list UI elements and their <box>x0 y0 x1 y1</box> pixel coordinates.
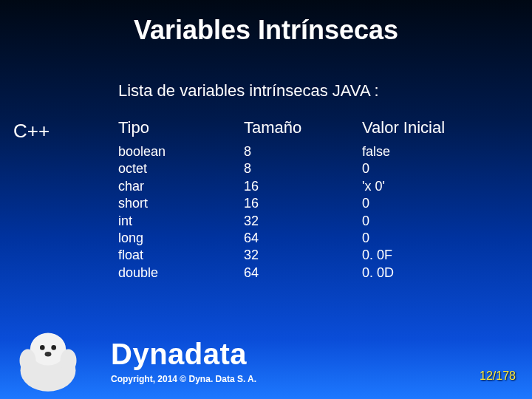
cell-tipo: long <box>118 230 244 247</box>
cell-tam: 64 <box>244 265 362 282</box>
table-row: float 32 0. 0F <box>118 247 510 264</box>
cell-tam: 8 <box>244 143 362 160</box>
table-row: long 64 0 <box>118 230 510 247</box>
cell-tam: 32 <box>244 213 362 230</box>
header-tipo: Tipo <box>118 118 244 143</box>
slide-title: Variables Intrínsecas <box>0 0 532 46</box>
cell-val: false <box>362 143 510 160</box>
cell-val: 0 <box>362 213 510 230</box>
cell-val: 0 <box>362 160 510 177</box>
table-row: boolean 8 false <box>118 143 510 160</box>
cell-tam: 16 <box>244 195 362 212</box>
cell-val: 0 <box>362 230 510 247</box>
cell-tam: 32 <box>244 247 362 264</box>
header-tamano: Tamaño <box>244 118 362 143</box>
cell-tipo: float <box>118 247 244 264</box>
cell-tipo: int <box>118 213 244 230</box>
header-valor: Valor Inicial <box>362 118 510 143</box>
slide-subtitle: Lista de variables intrínsecas JAVA : <box>118 81 532 100</box>
brand-name: Dynadata <box>111 338 256 371</box>
cell-val: 0. 0F <box>362 247 510 264</box>
svg-point-4 <box>40 345 45 350</box>
table-row: short 16 0 <box>118 195 510 212</box>
cell-tam: 8 <box>244 160 362 177</box>
side-label: C++ <box>0 118 96 143</box>
cell-tipo: boolean <box>118 143 244 160</box>
page-number: 12/178 <box>480 369 516 383</box>
variables-table: Tipo Tamaño Valor Inicial boolean 8 fals… <box>118 118 510 282</box>
copyright: Copyright, 2014 © Dyna. Data S. A. <box>111 374 256 384</box>
footer: Dynadata Copyright, 2014 © Dyna. Data S.… <box>111 338 256 384</box>
svg-point-2 <box>20 349 36 372</box>
cell-val: 0 <box>362 195 510 212</box>
cell-val: 'x 0' <box>362 178 510 195</box>
cell-tipo: char <box>118 178 244 195</box>
content-area: C++ Tipo Tamaño Valor Inicial boolean 8 … <box>0 118 532 282</box>
cell-tipo: short <box>118 195 244 212</box>
svg-point-3 <box>61 349 77 372</box>
slide: Variables Intrínsecas Lista de variables… <box>0 0 532 399</box>
cell-val: 0. 0D <box>362 265 510 282</box>
cell-tam: 64 <box>244 230 362 247</box>
table-row: int 32 0 <box>118 213 510 230</box>
svg-point-5 <box>51 345 56 350</box>
mascot-icon <box>7 312 89 393</box>
cell-tam: 16 <box>244 178 362 195</box>
table-row: octet 8 0 <box>118 160 510 177</box>
cell-tipo: double <box>118 265 244 282</box>
table-row: double 64 0. 0D <box>118 265 510 282</box>
table-row: char 16 'x 0' <box>118 178 510 195</box>
svg-point-6 <box>45 352 52 357</box>
table-header-row: Tipo Tamaño Valor Inicial <box>118 118 510 143</box>
cell-tipo: octet <box>118 160 244 177</box>
